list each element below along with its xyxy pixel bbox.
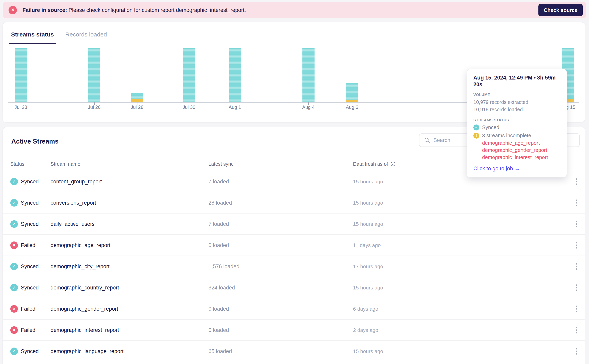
x-axis-tick xyxy=(94,103,95,105)
chart-bar[interactable] xyxy=(131,93,143,102)
synced-status-icon: ✓ xyxy=(10,178,18,185)
table-row: ✕ Failed demographic_gender_report 0 loa… xyxy=(3,298,585,320)
kebab-menu-icon[interactable] xyxy=(575,262,578,271)
x-axis-label: Aug 4 xyxy=(294,104,322,110)
stream-name: daily_active_users xyxy=(51,221,95,227)
column-stream-name: Stream name xyxy=(51,161,80,167)
status-label: Synced xyxy=(21,285,39,291)
x-axis-label: Jul 28 xyxy=(123,104,151,110)
x-axis-tick xyxy=(308,103,309,105)
x-axis-tick xyxy=(235,103,235,105)
banner-message: Failure in source: Please check configur… xyxy=(22,7,246,13)
data-fresh-value: 15 hours ago xyxy=(353,348,383,354)
table-row: ✓ Synced demographic_language_report 65 … xyxy=(3,341,585,362)
incomplete-stream-link[interactable]: demographic_age_report xyxy=(482,139,560,147)
stream-name: demographic_country_report xyxy=(51,285,119,291)
latest-sync-value: 7 loaded xyxy=(209,221,229,227)
status-label: Synced xyxy=(21,178,39,185)
failed-status-icon: ✕ xyxy=(10,326,18,334)
data-fresh-value: 15 hours ago xyxy=(353,178,383,185)
records-extracted: 10,979 records extracted xyxy=(473,98,560,106)
latest-sync-value: 0 loaded xyxy=(209,306,229,312)
kebab-menu-icon[interactable] xyxy=(575,177,578,186)
status-label: Failed xyxy=(21,306,35,312)
stream-name: demographic_age_report xyxy=(51,242,111,248)
banner-message-bold: Failure in source: xyxy=(22,7,67,13)
streams-table-body: ✓ Synced content_group_report 7 loaded 1… xyxy=(3,171,585,362)
status-label: Failed xyxy=(21,327,35,333)
synced-status-icon: ✓ xyxy=(10,199,18,207)
chart-bar[interactable] xyxy=(15,48,27,102)
table-row: ✕ Failed demographic_age_report 0 loaded… xyxy=(3,235,585,256)
x-axis-label: Aug 1 xyxy=(221,104,249,110)
kebab-menu-icon[interactable] xyxy=(575,220,578,228)
incomplete-streams-list: demographic_age_reportdemographic_gender… xyxy=(482,139,560,161)
chart-bar[interactable] xyxy=(302,48,314,102)
status-label: Synced xyxy=(21,200,39,206)
banner-message-text: Please check configuration for custom re… xyxy=(67,7,246,13)
latest-sync-value: 0 loaded xyxy=(209,327,229,333)
error-icon: ✕ xyxy=(8,6,17,14)
chart-bar[interactable] xyxy=(346,83,358,102)
incomplete-stream-link[interactable]: demographic_interest_report xyxy=(482,154,560,161)
x-axis-tick xyxy=(568,103,568,105)
column-data-fresh: Data fresh as of xyxy=(353,161,396,167)
table-row: ✓ Synced conversions_report 28 loaded 15… xyxy=(3,192,585,214)
latest-sync-value: 1,576 loaded xyxy=(209,263,239,269)
chart-bar[interactable] xyxy=(183,48,195,102)
status-label: Synced xyxy=(21,348,39,354)
synced-status-icon: ✓ xyxy=(10,263,18,270)
incomplete-stream-link[interactable]: demographic_gender_report xyxy=(482,147,560,154)
stream-name: content_group_report xyxy=(51,178,102,185)
x-axis-tick xyxy=(137,103,137,105)
kebab-menu-icon[interactable] xyxy=(575,304,578,313)
latest-sync-value: 28 loaded xyxy=(209,200,232,206)
synced-status-icon: ✓ xyxy=(10,284,18,292)
kebab-menu-icon[interactable] xyxy=(575,325,578,334)
data-fresh-value: 11 days ago xyxy=(353,242,381,248)
chart-tooltip: Aug 15, 2024, 12:49 PM • 8h 59m 20s VOLU… xyxy=(467,69,567,177)
synced-status-icon: ✓ xyxy=(10,348,18,355)
kebab-menu-icon[interactable] xyxy=(575,347,578,356)
chart-bar[interactable] xyxy=(88,48,100,102)
data-fresh-value: 15 hours ago xyxy=(353,200,383,206)
stream-name: demographic_interest_report xyxy=(51,327,119,333)
column-status: Status xyxy=(10,161,24,167)
synced-label: Synced xyxy=(482,124,499,130)
stream-name: demographic_language_report xyxy=(51,348,124,354)
clock-icon xyxy=(390,161,396,167)
tooltip-incomplete-row: ! 3 streams incomplete xyxy=(473,132,560,139)
tooltip-title: Aug 15, 2024, 12:49 PM • 8h 59m 20s xyxy=(473,74,560,88)
stream-name: demographic_gender_report xyxy=(51,306,118,312)
column-data-fresh-label: Data fresh as of xyxy=(353,161,388,167)
latest-sync-value: 65 loaded xyxy=(209,348,232,354)
kebab-menu-icon[interactable] xyxy=(575,198,578,207)
synced-status-icon: ✓ xyxy=(473,124,479,130)
kebab-menu-icon[interactable] xyxy=(575,241,578,250)
x-axis-label: Aug 6 xyxy=(338,104,366,110)
chart-bar[interactable] xyxy=(229,48,241,102)
tooltip-streams-status-label: STREAMS STATUS xyxy=(473,118,560,122)
latest-sync-value: 324 loaded xyxy=(209,285,235,291)
status-label: Synced xyxy=(21,263,39,269)
stream-name: demographic_city_report xyxy=(51,263,110,269)
table-row: ✓ Synced demographic_country_report 324 … xyxy=(3,277,585,298)
status-label: Failed xyxy=(21,242,35,248)
latest-sync-value: 7 loaded xyxy=(209,178,229,185)
error-banner: ✕ Failure in source: Please check config… xyxy=(3,2,586,18)
go-to-job-link[interactable]: Click to go to job → xyxy=(473,166,560,172)
table-row: ✓ Synced demographic_city_report 1,576 l… xyxy=(3,256,585,277)
table-row: ✓ Synced daily_active_users 7 loaded 15 … xyxy=(3,214,585,235)
tooltip-synced-row: ✓ Synced xyxy=(473,124,560,130)
latest-sync-value: 0 loaded xyxy=(209,242,229,248)
kebab-menu-icon[interactable] xyxy=(575,283,578,292)
data-fresh-value: 2 days ago xyxy=(353,327,378,333)
data-fresh-value: 6 days ago xyxy=(353,306,378,312)
x-axis-tick xyxy=(21,103,21,105)
tooltip-volume-values: 10,979 records extracted 10,918 records … xyxy=(473,98,560,113)
synced-status-icon: ✓ xyxy=(10,220,18,228)
records-loaded: 10,918 records loaded xyxy=(473,106,560,113)
table-row: ✕ Failed demographic_interest_report 0 l… xyxy=(3,320,585,341)
check-source-button[interactable]: Check source xyxy=(538,4,583,16)
page: ✕ Failure in source: Please check config… xyxy=(0,0,589,364)
